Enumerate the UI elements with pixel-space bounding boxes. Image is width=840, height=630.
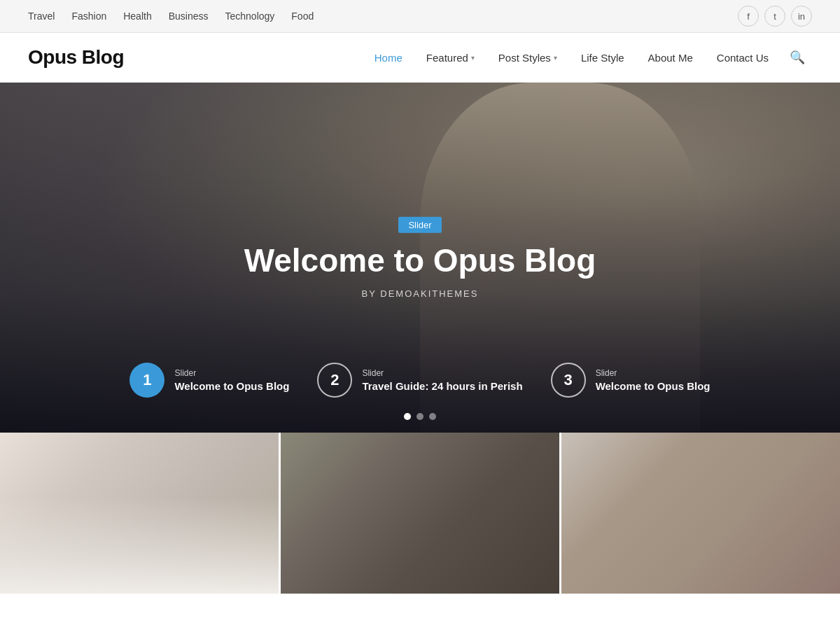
top-bar-nav: Travel Fashion Health Business Technolog… [28,10,314,22]
search-icon[interactable]: 🔍 [783,46,812,69]
slider-thumb-3[interactable]: 3 Slider Welcome to Opus Blog [551,363,710,398]
nav-contact-us[interactable]: Contact Us [707,48,778,68]
linkedin-icon[interactable]: in [791,6,812,27]
nav-home[interactable]: Home [365,48,412,68]
featured-chevron-icon: ▾ [471,54,475,62]
slider-thumb-title-3: Welcome to Opus Blog [596,380,710,392]
topbar-link-technology[interactable]: Technology [225,10,274,22]
topbar-link-food[interactable]: Food [291,10,314,22]
topbar-link-travel[interactable]: Travel [28,10,55,22]
slider-thumb-title-2: Travel Guide: 24 hours in Perish [362,380,522,392]
site-logo[interactable]: Opus Blog [28,46,124,69]
slider-thumb-title-1: Welcome to Opus Blog [174,380,289,392]
slider-thumb-number-3: 3 [551,363,586,398]
topbar-link-health[interactable]: Health [123,10,151,22]
main-nav: Home Featured ▾ Post Styles ▾ Life Style… [365,46,812,69]
slider-thumb-number-2: 2 [317,363,352,398]
post-card-3[interactable] [561,433,840,594]
hero-slider: Slider Welcome to Opus Blog BY DEMOAKITH… [0,83,840,433]
post-grid [0,433,840,594]
twitter-icon[interactable]: t [764,6,785,27]
slider-dot-3[interactable] [429,413,436,420]
slider-thumb-text-1: Slider Welcome to Opus Blog [174,368,289,393]
topbar-link-business[interactable]: Business [169,10,209,22]
post-card-2[interactable] [281,433,559,594]
post-styles-chevron-icon: ▾ [554,54,557,62]
post-card-image-1 [0,433,279,594]
slider-thumb-tag-3: Slider [596,368,710,378]
slider-thumb-2[interactable]: 2 Slider Travel Guide: 24 hours in Peris… [317,363,522,398]
hero-content: Slider Welcome to Opus Blog BY DEMOAKITH… [210,217,630,299]
slider-thumb-text-3: Slider Welcome to Opus Blog [596,368,710,393]
nav-about-me[interactable]: About Me [638,48,703,68]
slider-dot-1[interactable] [404,413,411,420]
nav-post-styles[interactable]: Post Styles ▾ [489,48,567,68]
slider-thumb-1[interactable]: 1 Slider Welcome to Opus Blog [130,363,289,398]
site-header: Opus Blog Home Featured ▾ Post Styles ▾ … [0,33,840,83]
slider-thumb-tag-1: Slider [174,368,289,378]
facebook-icon[interactable]: f [738,6,759,27]
slider-dots [404,413,436,420]
hero-tag-label: Slider [398,217,441,233]
nav-life-style[interactable]: Life Style [571,48,634,68]
slider-dot-2[interactable] [416,413,424,420]
hero-title: Welcome to Opus Blog [210,243,630,279]
slider-thumb-text-2: Slider Travel Guide: 24 hours in Perish [362,368,522,393]
post-card-image-3 [561,433,840,594]
social-icons: f t in [738,6,812,27]
hero-author: BY DEMOAKITHEMES [210,288,630,298]
slider-thumb-tag-2: Slider [362,368,522,378]
post-card-image-2 [281,433,559,594]
top-bar: Travel Fashion Health Business Technolog… [0,0,840,33]
post-card-1[interactable] [0,433,279,594]
topbar-link-fashion[interactable]: Fashion [71,10,106,22]
slider-thumb-number-1: 1 [130,363,164,398]
slider-thumbnails: 1 Slider Welcome to Opus Blog 2 Slider T… [0,363,840,398]
nav-featured[interactable]: Featured ▾ [416,48,484,68]
